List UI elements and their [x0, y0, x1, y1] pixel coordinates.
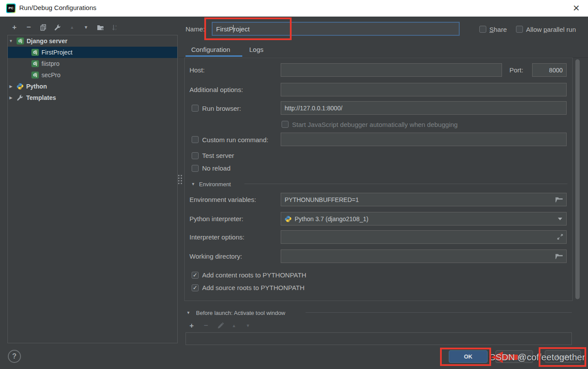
- interpreter-options-label: Interpreter options:: [189, 233, 244, 241]
- host-input[interactable]: [281, 63, 502, 77]
- port-label: Port:: [509, 66, 523, 74]
- add-content-roots-label: Add content roots to PYTHONPATH: [202, 271, 306, 279]
- django-icon: dj: [31, 49, 39, 56]
- working-directory-input[interactable]: [281, 249, 567, 263]
- chevron-right-icon[interactable]: ▶: [8, 84, 14, 89]
- add-source-roots-label: Add source roots to PYTHONPATH: [202, 284, 305, 291]
- pycharm-logo-icon: PC: [6, 3, 16, 13]
- js-debugger-checkbox[interactable]: [282, 121, 289, 128]
- environment-variables-label: Environment variables:: [189, 196, 256, 203]
- chevron-right-icon[interactable]: ▶: [8, 96, 14, 100]
- name-value-before-caret: FirstP: [216, 25, 233, 33]
- python-interpreter-value: Python 3.7 (django2108_1): [295, 215, 368, 222]
- custom-run-command-label: Custom run command:: [202, 136, 268, 144]
- annotation-arrow-left-icon: [491, 352, 503, 363]
- ok-button[interactable]: OK: [449, 350, 488, 363]
- python-interpreter-select[interactable]: Python 3.7 (django2108_1): [281, 212, 567, 226]
- move-down-icon: ▼: [244, 322, 252, 330]
- port-input[interactable]: [532, 63, 567, 77]
- tab-configuration[interactable]: Configuration: [191, 46, 230, 53]
- python-icon: [17, 83, 24, 90]
- tree-item-django-server[interactable]: ▼ dj Django server: [8, 35, 177, 47]
- working-directory-label: Working directory:: [189, 253, 242, 260]
- tree-item-templates[interactable]: ▶ Templates: [8, 92, 177, 103]
- titlebar: PC Run/Debug Configurations ×: [0, 0, 588, 17]
- python-interpreter-label: Python interpreter:: [189, 215, 243, 222]
- environment-variables-input[interactable]: [281, 193, 567, 206]
- chevron-down-icon: [558, 218, 562, 220]
- copy-configuration-icon[interactable]: [39, 24, 47, 31]
- svg-text:z: z: [115, 28, 117, 31]
- tree-item-label: fiistpro: [41, 60, 59, 67]
- wrench-icon: [17, 94, 24, 101]
- environment-section-label: Environment: [199, 181, 231, 188]
- move-up-icon: ▲: [230, 322, 238, 330]
- expand-field-icon[interactable]: [556, 233, 564, 241]
- edit-pencil-icon: [217, 322, 224, 330]
- run-browser-url-input[interactable]: [281, 101, 567, 115]
- tree-item-python[interactable]: ▶ Python: [8, 81, 177, 92]
- remove-configuration-button[interactable]: −: [25, 24, 33, 31]
- add-content-roots-checkbox[interactable]: ✓: [192, 272, 199, 279]
- js-debugger-label: Start JavaScript debugger automatically …: [292, 121, 457, 128]
- run-browser-label: Run browser:: [202, 105, 241, 112]
- test-server-label: Test server: [202, 152, 234, 159]
- tree-item-secpro[interactable]: dj secPro: [8, 69, 177, 81]
- share-checkbox[interactable]: [479, 26, 486, 33]
- tree-item-label: secPro: [41, 72, 61, 79]
- run-debug-configurations-dialog: PC Run/Debug Configurations × + − ▲ ▼ az…: [0, 0, 588, 369]
- tree-item-label: FirstProject: [41, 49, 72, 56]
- apply-button[interactable]: Apply: [545, 350, 581, 363]
- share-label: Share: [489, 26, 507, 33]
- additional-options-input[interactable]: [281, 83, 567, 96]
- add-configuration-button[interactable]: +: [10, 24, 18, 31]
- add-source-roots-checkbox[interactable]: ✓: [192, 284, 199, 291]
- allow-parallel-run-label: Allow parallel run: [526, 26, 576, 33]
- allow-parallel-run-checkbox[interactable]: [516, 26, 523, 33]
- before-launch-rule: [306, 312, 572, 313]
- vertical-scrollbar[interactable]: [575, 59, 580, 299]
- browse-folder-icon[interactable]: [555, 253, 563, 260]
- test-server-checkbox[interactable]: [192, 152, 199, 159]
- tab-logs[interactable]: Logs: [249, 46, 264, 53]
- pycharm-logo-text: PC: [7, 4, 15, 12]
- custom-run-command-checkbox[interactable]: [192, 136, 199, 143]
- tree-item-label: Django server: [27, 38, 67, 44]
- chevron-down-icon[interactable]: ▼: [8, 39, 14, 43]
- no-reload-checkbox[interactable]: [192, 165, 199, 172]
- move-down-icon[interactable]: ▼: [82, 24, 90, 31]
- close-icon[interactable]: ×: [570, 2, 583, 15]
- custom-run-command-input[interactable]: [281, 133, 567, 146]
- environment-section-rule: [244, 184, 567, 184]
- name-value-after-caret: roject: [234, 25, 250, 33]
- active-tab-indicator: [186, 55, 242, 57]
- no-reload-label: No reload: [202, 164, 230, 172]
- tree-item-fiistpro[interactable]: dj fiistpro: [8, 58, 177, 69]
- tree-item-label: Python: [26, 83, 47, 90]
- django-icon: dj: [31, 60, 39, 67]
- help-button[interactable]: ?: [8, 350, 21, 363]
- before-launch-collapse-icon[interactable]: ▼: [186, 311, 190, 315]
- interpreter-options-input[interactable]: [281, 230, 567, 244]
- new-folder-icon[interactable]: [96, 24, 104, 31]
- before-launch-add-button[interactable]: +: [188, 322, 196, 330]
- additional-options-label: Additional options:: [189, 86, 243, 93]
- annotation-arrow-tail: [502, 355, 518, 360]
- name-label: Name:: [186, 25, 205, 33]
- edit-templates-icon[interactable]: [54, 24, 62, 31]
- before-launch-label: Before launch: Activate tool window: [196, 310, 285, 316]
- svg-text:a: a: [115, 24, 117, 27]
- before-launch-remove-button: −: [202, 322, 210, 330]
- tree-item-firstproject[interactable]: dj FirstProject: [8, 47, 177, 58]
- name-input[interactable]: FirstProject: [212, 22, 460, 36]
- environment-section-collapse-icon[interactable]: ▼: [191, 182, 195, 186]
- run-browser-checkbox[interactable]: [192, 105, 199, 112]
- move-up-icon: ▲: [68, 24, 76, 31]
- before-launch-task-list: [186, 332, 572, 345]
- host-label: Host:: [189, 66, 205, 74]
- browse-folder-icon[interactable]: [555, 196, 563, 204]
- tree-item-label: Templates: [26, 94, 56, 101]
- panel-splitter-handle[interactable]: [178, 175, 182, 188]
- sort-configurations-icon: az: [110, 24, 118, 31]
- python-icon: [285, 215, 292, 222]
